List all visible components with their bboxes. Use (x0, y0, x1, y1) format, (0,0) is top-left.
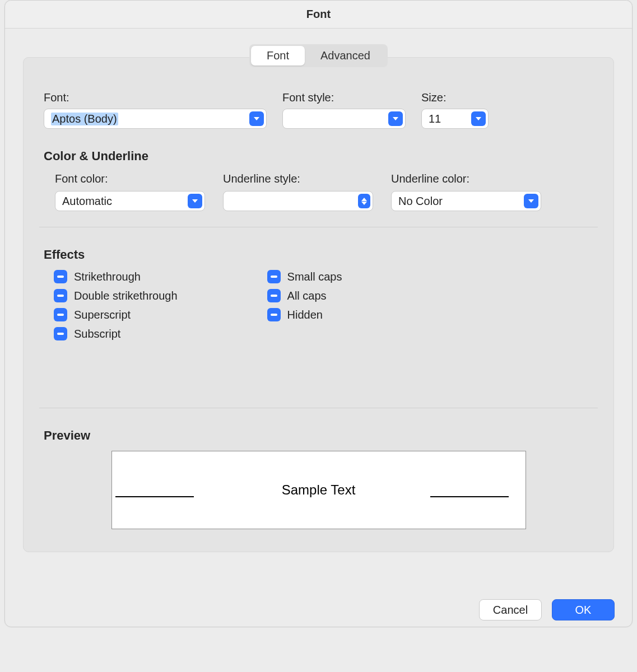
font-combobox[interactable]: Aptos (Body) (44, 109, 267, 129)
font-dialog: Font Font Advanced Font: Aptos (Body) Fo… (4, 0, 633, 627)
effect-label: Subscript (74, 328, 120, 340)
effect-label: All caps (287, 290, 327, 302)
tab-font[interactable]: Font (251, 46, 305, 66)
dialog-title: Font (306, 8, 331, 21)
mixed-state-icon (267, 289, 281, 302)
label-font-color: Font color: (55, 172, 212, 185)
chevron-down-icon[interactable] (249, 111, 264, 126)
size-combobox[interactable]: 11 (421, 109, 489, 129)
effect-label: Hidden (287, 309, 323, 321)
underline-color-select[interactable]: No Color (391, 191, 541, 211)
preview-rule-right (430, 496, 509, 497)
checkbox-superscript[interactable]: Superscript (54, 308, 178, 321)
tab-advanced[interactable]: Advanced (305, 46, 386, 66)
cancel-button[interactable]: Cancel (479, 599, 542, 620)
mixed-state-icon (54, 308, 67, 321)
underline-color-value: No Color (398, 195, 443, 208)
checkbox-all-caps[interactable]: All caps (267, 289, 342, 302)
segmented-control: Font Advanced (249, 44, 388, 67)
chevron-down-icon[interactable] (388, 111, 403, 126)
effect-label: Superscript (74, 309, 131, 321)
font-style-combobox[interactable] (282, 109, 406, 129)
checkbox-strikethrough[interactable]: Strikethrough (54, 270, 178, 283)
checkbox-hidden[interactable]: Hidden (267, 308, 342, 321)
label-underline-style: Underline style: (223, 172, 380, 185)
section-preview: Preview (44, 428, 593, 443)
effect-label: Double strikethrough (74, 290, 178, 302)
effect-label: Small caps (287, 270, 342, 283)
mixed-state-icon (54, 270, 67, 283)
preview-rule-left (115, 496, 194, 497)
checkbox-small-caps[interactable]: Small caps (267, 270, 342, 283)
mixed-state-icon (267, 270, 281, 283)
font-value: Aptos (Body) (51, 113, 118, 125)
section-effects: Effects (44, 248, 593, 262)
preview-box: Sample Text (111, 451, 526, 529)
divider (39, 227, 598, 227)
chevron-down-icon[interactable] (188, 194, 202, 208)
mixed-state-icon (267, 308, 281, 321)
font-color-value: Automatic (62, 195, 112, 208)
size-value: 11 (429, 113, 441, 125)
titlebar: Font (5, 1, 632, 29)
font-color-select[interactable]: Automatic (55, 191, 205, 211)
chevron-down-icon[interactable] (524, 194, 538, 208)
mixed-state-icon (54, 289, 67, 302)
label-font-style: Font style: (282, 91, 406, 104)
divider (39, 408, 598, 408)
effect-label: Strikethrough (74, 270, 141, 283)
label-underline-color: Underline color: (391, 172, 548, 185)
checkbox-subscript[interactable]: Subscript (54, 327, 178, 340)
effects-grid: Strikethrough Double strikethrough Super… (54, 270, 593, 340)
section-color-underline: Color & Underline (44, 149, 593, 164)
preview-text: Sample Text (282, 482, 356, 498)
dialog-button-bar: Cancel OK (479, 599, 615, 620)
font-pane: Font: Aptos (Body) Font style: (23, 57, 614, 552)
underline-style-select[interactable] (223, 191, 373, 211)
label-size: Size: (421, 91, 489, 104)
label-font: Font: (44, 91, 267, 104)
mixed-state-icon (54, 327, 67, 340)
stepper-icon[interactable] (358, 194, 370, 208)
chevron-down-icon[interactable] (471, 111, 486, 126)
checkbox-double-strikethrough[interactable]: Double strikethrough (54, 289, 178, 302)
ok-button[interactable]: OK (552, 599, 615, 620)
